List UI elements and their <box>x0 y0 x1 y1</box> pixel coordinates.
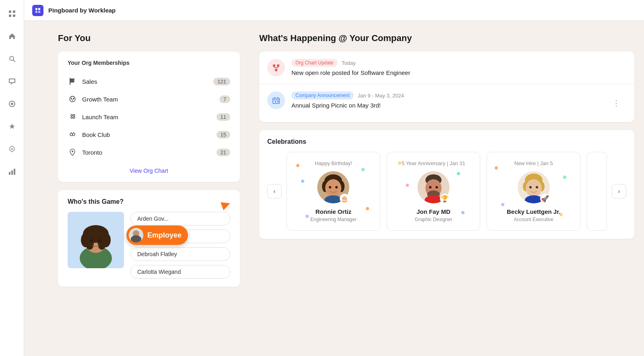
announcement-1-body: Org Chart Update Today New open role pos… <box>291 59 626 76</box>
org-item-launch[interactable]: Launch Team 11 <box>68 108 230 126</box>
main-content: For You Your Org Memberships Sales 121 <box>48 21 644 356</box>
location-icon <box>68 147 77 157</box>
announcement-2-date: Jan 9 - May 3, 2024 <box>358 93 404 99</box>
org-badge-sales: 121 <box>213 78 230 85</box>
org-badge-growth: 7 <box>219 95 230 103</box>
announcement-2-body: Company Announcement Jan 9 - May 3, 2024… <box>291 91 600 109</box>
svg-point-18 <box>70 98 72 99</box>
org-name-bookclub: Book Club <box>82 131 217 138</box>
target-icon[interactable] <box>5 97 19 111</box>
org-badge-launch: 11 <box>217 113 230 121</box>
celebration-anniversary: 5 Year Anniversary | Jan 31 <box>387 152 481 231</box>
svg-rect-1 <box>13 10 15 13</box>
celebration-anniversary-role: Graphic Designer <box>415 217 452 222</box>
svg-point-30 <box>72 133 75 136</box>
svg-point-67 <box>335 186 338 188</box>
anniversary-badge: 🏆 <box>440 194 450 203</box>
svg-point-23 <box>71 114 72 116</box>
org-badge-bookclub: 15 <box>217 131 230 139</box>
svg-point-65 <box>325 179 341 197</box>
celebrations-row: ‹ Happy Birthday! <box>267 152 626 231</box>
launch-icon <box>68 112 77 122</box>
left-section-title: For You <box>58 33 240 43</box>
svg-point-66 <box>329 186 331 188</box>
flag-icon <box>68 77 77 86</box>
newhire-badge: 🚀 <box>540 194 550 203</box>
org-item-growth[interactable]: Growth Team 7 <box>68 90 230 108</box>
topbar: Pingboard by Workleap <box>24 0 644 21</box>
org-item-sales[interactable]: Sales 121 <box>68 72 230 90</box>
chart-icon[interactable] <box>5 164 19 179</box>
message-icon[interactable] <box>5 74 19 89</box>
svg-point-8 <box>11 148 13 150</box>
announcement-2: Company Announcement Jan 9 - May 3, 2024… <box>259 84 634 122</box>
svg-rect-48 <box>273 64 275 67</box>
celebration-newhire: New Hire | Jan 5 <box>487 152 580 231</box>
celebrations-prev-button[interactable]: ‹ <box>267 184 282 199</box>
svg-point-74 <box>436 186 438 188</box>
home-icon[interactable] <box>5 29 19 43</box>
arrow-pointer: ▶ <box>219 196 232 212</box>
svg-rect-0 <box>9 10 11 13</box>
svg-rect-49 <box>277 64 279 67</box>
view-org-chart-link[interactable]: View Org Chart <box>68 168 230 174</box>
left-column: For You Your Org Memberships Sales 121 <box>48 21 250 356</box>
org-item-bookclub[interactable]: Book Club 15 <box>68 126 230 143</box>
announcement-1: Org Chart Update Today New open role pos… <box>259 52 634 84</box>
org-name-launch: Launch Team <box>82 114 217 120</box>
announcement-2-text: Annual Spring Picnic on May 3rd! <box>291 102 600 109</box>
tooltip-label: Employee <box>147 231 182 240</box>
svg-point-7 <box>11 103 13 105</box>
svg-point-22 <box>73 114 75 116</box>
app-logo <box>32 5 43 16</box>
svg-rect-14 <box>35 11 37 13</box>
celebration-newhire-label: New Hire | Jan 5 <box>514 160 553 166</box>
celebration-newhire-avatar: 🚀 <box>518 171 550 203</box>
svg-rect-60 <box>277 101 279 102</box>
game-title: Who's this Game? <box>68 198 230 205</box>
org-name-sales: Sales <box>82 78 213 85</box>
celebration-birthday-role: Engineering Manager <box>310 217 357 222</box>
org-memberships-card: Your Org Memberships Sales 121 <box>58 52 240 182</box>
svg-rect-15 <box>38 11 40 13</box>
svg-rect-2 <box>9 14 11 17</box>
right-section-title: What's Happening @ Your Company <box>259 33 634 43</box>
announcement-more-button[interactable]: ⋮ <box>606 91 626 115</box>
guess-option-3[interactable]: Debroah Flatley <box>130 247 230 261</box>
celebration-anniversary-avatar: 🏆 <box>417 171 450 203</box>
rocket-icon[interactable] <box>5 142 19 156</box>
announcements-card: Org Chart Update Today New open role pos… <box>259 52 634 122</box>
announcement-1-text: New open role posted for Software Engine… <box>291 69 626 76</box>
svg-rect-50 <box>275 69 277 71</box>
celebration-birthday: Happy Birthday! <box>287 152 380 231</box>
svg-point-80 <box>526 179 542 197</box>
org-chart-icon <box>267 59 285 77</box>
mystery-person-photo <box>68 212 124 268</box>
celebration-anniversary-label: 5 Year Anniversary | Jan 31 <box>402 160 465 166</box>
svg-rect-59 <box>275 101 276 102</box>
org-badge-toronto: 21 <box>217 149 230 156</box>
org-item-toronto[interactable]: Toronto 21 <box>68 143 230 161</box>
svg-rect-9 <box>9 172 10 175</box>
guess-option-1[interactable]: Arden Gov... <box>130 212 230 226</box>
right-column: What's Happening @ Your Company <box>250 21 644 356</box>
app-title: Pingboard by Workleap <box>48 7 116 14</box>
celebrations-next-button[interactable]: › <box>612 184 626 199</box>
svg-point-73 <box>429 186 431 188</box>
announcement-2-meta: Company Announcement Jan 9 - May 3, 2024 <box>291 91 600 99</box>
star-icon[interactable] <box>5 119 19 134</box>
celebration-birthday-name: Ronnie Ortiz <box>316 208 351 215</box>
svg-line-5 <box>13 60 15 62</box>
guess-option-4[interactable]: Carlotta Wiegand <box>130 265 230 279</box>
nav-rail <box>0 0 24 356</box>
search-icon[interactable] <box>5 52 19 66</box>
svg-point-19 <box>73 98 74 99</box>
svg-point-82 <box>536 186 538 188</box>
announcement-1-meta: Org Chart Update Today <box>291 59 626 67</box>
employee-tooltip: Employee <box>126 226 188 245</box>
svg-point-17 <box>70 96 75 102</box>
svg-point-24 <box>73 117 75 118</box>
svg-rect-10 <box>11 170 13 175</box>
celebrations-card: Celebrations ‹ Happy Birt <box>259 130 634 239</box>
grid-icon[interactable] <box>5 6 19 21</box>
